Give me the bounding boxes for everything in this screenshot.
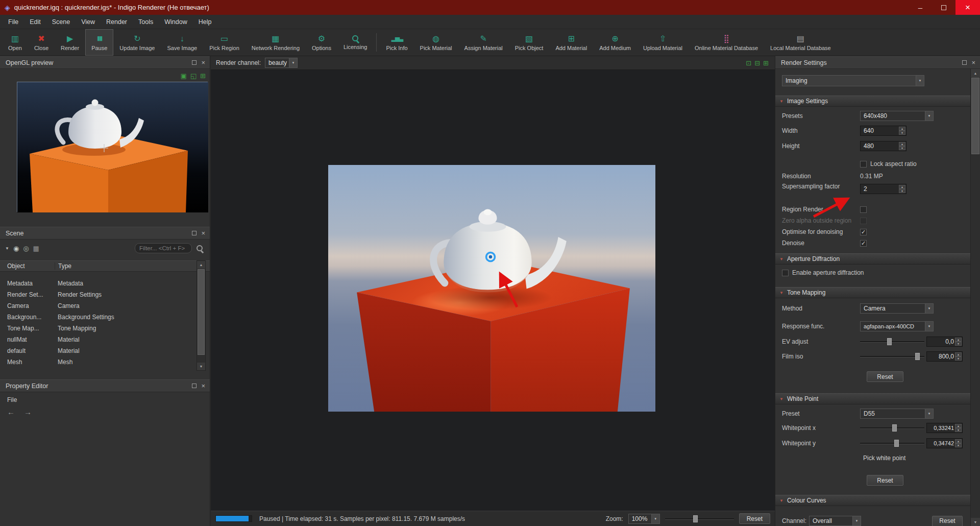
spin-up-icon[interactable]: ▲ <box>955 439 962 443</box>
close-icon[interactable]: × <box>971 59 975 66</box>
dock-icon[interactable] <box>962 60 967 65</box>
light-icon[interactable]: ◉ <box>13 245 19 252</box>
denoise-checkbox[interactable] <box>860 240 867 247</box>
render-settings-scrollbar[interactable]: ▲ ▼ <box>970 69 980 526</box>
spin-down-icon[interactable]: ▼ <box>955 342 962 346</box>
close-icon[interactable]: × <box>201 230 205 236</box>
scrollbar-thumb[interactable] <box>198 269 205 355</box>
toolbar-update-image[interactable]: ↻Update Image <box>113 29 161 56</box>
scene-row-camera[interactable]: CameraCamera <box>0 300 210 312</box>
menu-help[interactable]: Help <box>193 15 217 29</box>
column-object[interactable]: Object <box>7 262 55 270</box>
menu-scene[interactable]: Scene <box>46 15 76 29</box>
slider-handle[interactable] <box>894 440 899 447</box>
scene-row-metadata[interactable]: MetadataMetadata <box>0 278 210 289</box>
toolbar-add-material[interactable]: ⊞Add Material <box>549 29 593 56</box>
spin-up-icon[interactable]: ▲ <box>899 142 905 146</box>
section-image-settings[interactable]: ▼ Image Settings <box>775 95 970 107</box>
section-tone-mapping[interactable]: ▼ Tone Mapping <box>775 287 970 298</box>
section-aperture-diffraction[interactable]: ▼ Aperture Diffraction <box>775 253 970 265</box>
whitepoint-y-slider[interactable] <box>860 439 924 448</box>
spin-down-icon[interactable]: ▼ <box>955 443 962 447</box>
dock-icon[interactable] <box>192 384 197 388</box>
toolbar-options[interactable]: ⚙Options <box>306 29 337 56</box>
forward-button[interactable]: → <box>24 408 32 416</box>
scene-row-backgroun[interactable]: Backgroun...Background Settings <box>0 312 210 323</box>
width-spinner[interactable]: 640 ▲▼ <box>860 126 906 136</box>
mesh-icon[interactable]: ▦ <box>33 245 39 252</box>
film-iso-slider[interactable] <box>860 352 924 361</box>
menu-window[interactable]: Window <box>159 15 192 29</box>
slider-handle[interactable] <box>915 353 920 360</box>
enable-aperture-checkbox[interactable] <box>782 270 789 276</box>
scene-row-default[interactable]: defaultMaterial <box>0 345 210 356</box>
close-icon[interactable]: × <box>201 382 205 389</box>
white-point-preset-select[interactable]: D55 ▼ <box>860 409 934 419</box>
toolbar-save-image[interactable]: ↓Save Image <box>161 29 203 56</box>
whitepoint-x-spinner[interactable]: 0,33241 ▲▼ <box>926 423 963 433</box>
spin-up-icon[interactable]: ▲ <box>955 424 962 428</box>
toolbar-pick-object[interactable]: ▧Pick Object <box>509 29 550 56</box>
method-select[interactable]: Camera ▼ <box>860 303 934 314</box>
dock-icon[interactable] <box>192 60 197 65</box>
image-crop-icon[interactable]: ⊟ <box>754 59 760 67</box>
zoom-slider[interactable] <box>665 514 734 523</box>
toolbar-network-rendering[interactable]: ▦Network Rendering <box>246 29 306 56</box>
image-fit-icon[interactable]: ⊡ <box>746 59 751 67</box>
render-viewport[interactable] <box>211 70 775 511</box>
zoom-select[interactable]: 100% ▼ <box>628 514 660 524</box>
scene-filter-input[interactable] <box>135 243 192 253</box>
scene-scrollbar[interactable]: ▲ ▼ <box>197 260 206 371</box>
colour-curves-reset-button[interactable]: Reset <box>932 516 963 526</box>
scene-row-mesh[interactable]: MeshMesh <box>0 356 210 368</box>
spin-up-icon[interactable]: ▲ <box>899 127 905 131</box>
spin-down-icon[interactable]: ▼ <box>899 146 905 150</box>
scene-row-tonemap[interactable]: Tone Map...Tone Mapping <box>0 323 210 334</box>
scene-row-nullmat[interactable]: nullMatMaterial <box>0 334 210 345</box>
scroll-up-icon[interactable]: ▲ <box>197 261 205 269</box>
opengl-preview-viewport[interactable] <box>17 82 208 212</box>
spin-up-icon[interactable]: ▲ <box>955 338 962 342</box>
material-sphere-icon[interactable]: ◎ <box>23 245 29 252</box>
slider-handle[interactable] <box>892 424 897 432</box>
rendered-image[interactable] <box>328 165 655 412</box>
supersampling-spinner[interactable]: 2 ▲▼ <box>860 184 906 194</box>
scroll-up-icon[interactable]: ▲ <box>971 69 980 77</box>
render-channel-select[interactable]: beauty ▼ <box>265 58 298 68</box>
scroll-down-icon[interactable]: ▼ <box>971 518 980 526</box>
pick-white-point-button[interactable]: Pick white point <box>863 455 970 465</box>
scene-row-renderset[interactable]: Render Set...Render Settings <box>0 289 210 300</box>
whitepoint-y-spinner[interactable]: 0,34742 ▲▼ <box>926 438 963 448</box>
snapshot-icon[interactable]: ▣ <box>181 72 187 80</box>
toolbar-pick-region[interactable]: ▭Pick Region <box>203 29 246 56</box>
ev-adjust-slider[interactable] <box>860 337 924 346</box>
spin-down-icon[interactable]: ▼ <box>899 189 905 193</box>
image-add-icon[interactable]: ⊞ <box>763 59 769 67</box>
expand-tree-icon[interactable]: ▼ <box>5 246 9 251</box>
section-colour-curves[interactable]: ▼ Colour Curves <box>775 495 970 506</box>
toolbar-pick-material[interactable]: ◍Pick Material <box>414 29 458 56</box>
slider-handle[interactable] <box>887 338 892 345</box>
ev-adjust-spinner[interactable]: 0,0 ▲▼ <box>926 337 963 347</box>
toolbar-upload-material[interactable]: ⇧Upload Material <box>637 29 689 56</box>
toolbar-close[interactable]: ✖Close <box>28 29 55 56</box>
presets-select[interactable]: 640x480 ▼ <box>860 111 934 121</box>
toolbar-assign-material[interactable]: ✎Assign Material <box>458 29 509 56</box>
zoom-reset-button[interactable]: Reset <box>739 513 770 524</box>
white-point-reset-button[interactable]: Reset <box>867 475 903 486</box>
toolbar-local-material-database[interactable]: ▤Local Material Database <box>764 29 837 56</box>
film-iso-spinner[interactable]: 800,0 ▲▼ <box>926 351 963 362</box>
toolbar-online-material-database[interactable]: ⣿Online Material Database <box>689 29 764 56</box>
fit-view-icon[interactable]: ◱ <box>190 72 197 80</box>
close-icon[interactable]: × <box>201 59 205 66</box>
scroll-down-icon[interactable]: ▼ <box>197 363 205 370</box>
tone-mapping-reset-button[interactable]: Reset <box>867 371 903 382</box>
toolbar-open[interactable]: ▥Open <box>2 29 28 56</box>
colour-channel-select[interactable]: Overall ▼ <box>809 516 861 526</box>
grid-icon[interactable]: ⊞ <box>200 72 206 80</box>
column-type[interactable]: Type <box>55 262 210 270</box>
toolbar-pick-info[interactable]: ▂▅▃Pick Info <box>380 29 413 56</box>
menu-edit[interactable]: Edit <box>24 15 46 29</box>
toolbar-licensing[interactable]: Licensing <box>337 29 373 56</box>
minimize-button[interactable]: – <box>909 0 932 15</box>
